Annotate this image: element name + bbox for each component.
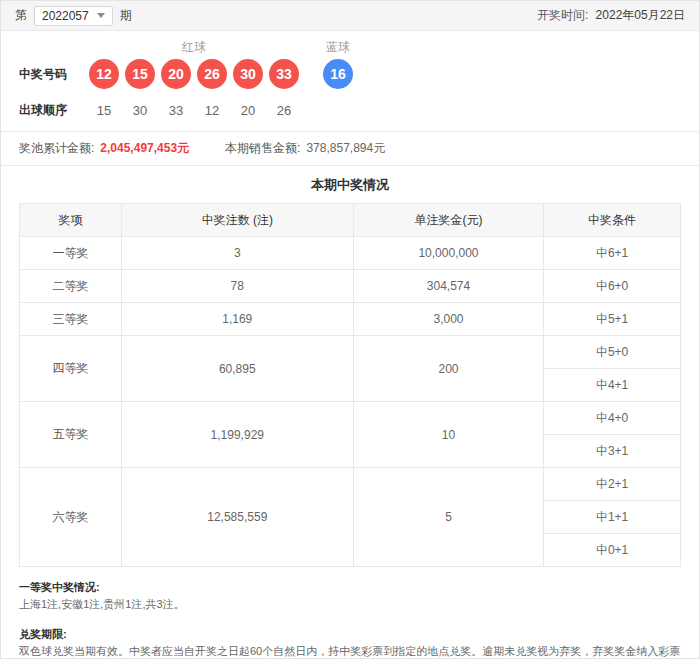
table-row: 一等奖 3 10,000,000 中6+1 [20,237,681,270]
prize-name: 二等奖 [20,270,122,303]
issue-select[interactable]: 2022057 [34,6,113,26]
prize-name: 四等奖 [20,336,122,402]
first-prize-note-title: 一等奖中奖情况: [19,579,681,596]
prize-condition: 中5+0 [544,336,681,369]
table-row: 二等奖 78 304,574 中6+0 [20,270,681,303]
red-ball: 20 [161,59,191,89]
prize-amount: 304,574 [353,270,543,303]
draw-order-label: 出球顺序 [19,102,89,119]
red-ball: 12 [89,59,119,89]
table-header-row: 奖项 中奖注数 (注) 单注奖金(元) 中奖条件 [20,204,681,237]
prize-count: 3 [121,237,353,270]
prize-amount: 10,000,000 [353,237,543,270]
notes-section: 一等奖中奖情况: 上海1注,安徽1注,贵州1注,共3注。 兑奖期限: 双色球兑奖… [1,567,699,659]
redeem-note-title: 兑奖期限: [19,626,681,643]
prize-amount: 10 [353,402,543,468]
issue-selector-group: 第 2022057 期 [15,6,132,26]
red-ball: 15 [125,59,155,89]
issue-select-value: 2022057 [42,9,89,23]
issue-prefix-label: 第 [15,7,27,24]
amounts-bar: 奖池累计金额: 2,045,497,453元 本期销售金额: 378,857,8… [1,132,699,166]
prize-condition: 中2+1 [544,468,681,501]
prize-name: 三等奖 [20,303,122,336]
draw-order-row: 出球顺序 15 30 33 12 20 26 [19,101,681,119]
prize-count: 1,199,929 [121,402,353,468]
draw-order-number: 33 [161,103,191,118]
draw-order-number: 15 [89,103,119,118]
draw-order-number: 30 [125,103,155,118]
table-row: 五等奖 1,199,929 10 中4+0 [20,402,681,435]
prize-table: 奖项 中奖注数 (注) 单注奖金(元) 中奖条件 一等奖 3 10,000,00… [19,203,681,567]
pool-amount-label: 奖池累计金额: [19,140,94,157]
first-prize-note-detail: 上海1注,安徽1注,贵州1注,共3注。 [19,596,681,613]
prize-condition: 中6+1 [544,237,681,270]
prize-count: 78 [121,270,353,303]
prize-name: 一等奖 [20,237,122,270]
draw-order-numbers: 15 30 33 12 20 26 [89,103,299,118]
red-ball: 26 [197,59,227,89]
lottery-result-page: 第 2022057 期 开奖时间: 2022年05月22日 红球 蓝球 中奖号码… [0,0,700,659]
prize-count: 12,585,559 [121,468,353,567]
redeem-note-detail: 双色球兑奖当期有效。中奖者应当自开奖之日起60个自然日内，持中奖彩票到指定的地点… [19,643,681,659]
draw-order-number: 20 [233,103,263,118]
winning-numbers-section: 红球 蓝球 中奖号码 12 15 20 26 30 33 16 出球顺序 15 … [1,31,699,132]
ball-group-labels: 红球 蓝球 [19,39,681,55]
prize-amount: 5 [353,468,543,567]
prize-condition: 中5+1 [544,303,681,336]
prize-count: 60,895 [121,336,353,402]
prize-amount: 200 [353,336,543,402]
prize-table-title: 本期中奖情况 [19,176,681,194]
prize-count: 1,169 [121,303,353,336]
draw-time-value: 2022年05月22日 [596,8,685,22]
red-ball: 33 [269,59,299,89]
red-balls-label: 红球 [89,39,299,55]
sales-amount-label: 本期销售金额: [225,140,300,157]
chevron-down-icon [97,13,105,18]
blue-ball-label: 蓝球 [323,39,353,55]
prize-condition: 中1+1 [544,501,681,534]
col-header-amount: 单注奖金(元) [353,204,543,237]
pool-amount-value: 2,045,497,453元 [100,140,189,157]
prize-table-section: 本期中奖情况 奖项 中奖注数 (注) 单注奖金(元) 中奖条件 一等奖 3 10… [1,176,699,567]
col-header-condition: 中奖条件 [544,204,681,237]
prize-amount: 3,000 [353,303,543,336]
draw-order-number: 26 [269,103,299,118]
winning-numbers-row: 中奖号码 12 15 20 26 30 33 16 [19,59,681,89]
col-header-prize: 奖项 [20,204,122,237]
prize-condition: 中6+0 [544,270,681,303]
table-row: 四等奖 60,895 200 中5+0 [20,336,681,369]
draw-time-label: 开奖时间: [537,8,588,22]
blue-ball: 16 [323,59,353,89]
sales-amount-value: 378,857,894元 [306,140,385,157]
prize-name: 六等奖 [20,468,122,567]
draw-order-number: 12 [197,103,227,118]
red-balls-group: 12 15 20 26 30 33 [89,59,299,89]
prize-condition: 中4+0 [544,402,681,435]
red-ball: 30 [233,59,263,89]
table-row: 六等奖 12,585,559 5 中2+1 [20,468,681,501]
table-row: 三等奖 1,169 3,000 中5+1 [20,303,681,336]
prize-condition: 中4+1 [544,369,681,402]
prize-name: 五等奖 [20,402,122,468]
issue-suffix-label: 期 [120,7,132,24]
winning-numbers-label: 中奖号码 [19,66,89,83]
draw-time: 开奖时间: 2022年05月22日 [537,7,685,24]
topbar: 第 2022057 期 开奖时间: 2022年05月22日 [1,1,699,31]
prize-condition: 中0+1 [544,534,681,567]
prize-condition: 中3+1 [544,435,681,468]
col-header-count: 中奖注数 (注) [121,204,353,237]
